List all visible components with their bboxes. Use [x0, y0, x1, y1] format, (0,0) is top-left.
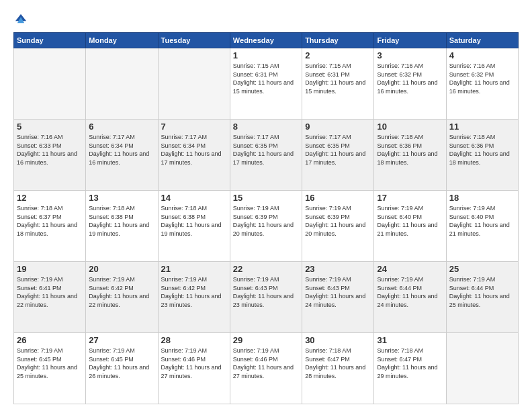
calendar-cell: 31Sunrise: 7:18 AMSunset: 6:47 PMDayligh… — [374, 333, 446, 404]
daylight-label: Daylight: 11 hours and 18 minutes. — [17, 222, 77, 237]
day-info: Sunrise: 7:19 AMSunset: 6:42 PMDaylight:… — [89, 275, 154, 309]
calendar-table: SundayMondayTuesdayWednesdayThursdayFrid… — [13, 32, 519, 404]
daylight-label: Daylight: 11 hours and 23 minutes. — [161, 293, 222, 308]
calendar-cell: 3Sunrise: 7:16 AMSunset: 6:32 PMDaylight… — [374, 48, 446, 120]
sunrise-label: Sunrise: 7:19 AM — [89, 276, 135, 283]
daylight-label: Daylight: 11 hours and 16 minutes. — [449, 79, 510, 95]
day-number: 21 — [161, 264, 227, 274]
calendar-week-row: 12Sunrise: 7:18 AMSunset: 6:37 PMDayligh… — [14, 191, 519, 262]
sunrise-label: Sunrise: 7:16 AM — [449, 62, 496, 69]
sunrise-label: Sunrise: 7:19 AM — [377, 276, 423, 283]
sunset-label: Sunset: 6:40 PM — [377, 214, 422, 220]
calendar-cell: 28Sunrise: 7:19 AMSunset: 6:46 PMDayligh… — [158, 333, 230, 404]
weekday-header: Monday — [86, 33, 158, 48]
daylight-label: Daylight: 11 hours and 16 minutes. — [377, 79, 437, 95]
calendar-cell: 15Sunrise: 7:19 AMSunset: 6:39 PMDayligh… — [230, 191, 302, 262]
sunrise-label: Sunrise: 7:18 AM — [305, 347, 351, 354]
day-info: Sunrise: 7:17 AMSunset: 6:35 PMDaylight:… — [305, 133, 371, 167]
sunset-label: Sunset: 6:42 PM — [161, 285, 206, 291]
logo-icon — [13, 12, 28, 27]
sunset-label: Sunset: 6:33 PM — [17, 142, 62, 149]
sunrise-label: Sunrise: 7:19 AM — [233, 347, 279, 354]
daylight-label: Daylight: 11 hours and 26 minutes. — [89, 364, 149, 379]
page: SundayMondayTuesdayWednesdayThursdayFrid… — [0, 0, 532, 411]
daylight-label: Daylight: 11 hours and 24 minutes. — [377, 293, 437, 308]
calendar-cell: 22Sunrise: 7:19 AMSunset: 6:43 PMDayligh… — [230, 262, 302, 333]
day-number: 11 — [449, 122, 515, 132]
daylight-label: Daylight: 11 hours and 22 minutes. — [89, 293, 149, 308]
day-info: Sunrise: 7:19 AMSunset: 6:43 PMDaylight:… — [305, 275, 371, 309]
calendar-cell: 19Sunrise: 7:19 AMSunset: 6:41 PMDayligh… — [14, 262, 86, 333]
sunrise-label: Sunrise: 7:19 AM — [233, 205, 279, 212]
sunset-label: Sunset: 6:43 PM — [305, 285, 350, 291]
day-number: 15 — [233, 193, 299, 203]
sunrise-label: Sunrise: 7:19 AM — [161, 276, 208, 283]
daylight-label: Daylight: 11 hours and 25 minutes. — [449, 293, 510, 308]
daylight-label: Daylight: 11 hours and 27 minutes. — [161, 364, 222, 379]
sunrise-label: Sunrise: 7:18 AM — [161, 205, 208, 212]
day-number: 30 — [305, 335, 371, 345]
sunrise-label: Sunrise: 7:19 AM — [305, 205, 351, 212]
calendar-cell: 13Sunrise: 7:18 AMSunset: 6:38 PMDayligh… — [86, 191, 158, 262]
daylight-label: Daylight: 11 hours and 29 minutes. — [377, 364, 437, 379]
day-number: 16 — [305, 193, 371, 203]
daylight-label: Daylight: 11 hours and 28 minutes. — [305, 364, 365, 379]
day-number: 5 — [17, 122, 83, 132]
sunset-label: Sunset: 6:38 PM — [89, 214, 134, 220]
day-info: Sunrise: 7:18 AMSunset: 6:38 PMDaylight:… — [89, 204, 154, 238]
day-info: Sunrise: 7:18 AMSunset: 6:37 PMDaylight:… — [17, 204, 83, 238]
day-number: 8 — [233, 122, 299, 132]
sunset-label: Sunset: 6:35 PM — [233, 142, 278, 149]
weekday-header-row: SundayMondayTuesdayWednesdayThursdayFrid… — [14, 33, 519, 48]
daylight-label: Daylight: 11 hours and 15 minutes. — [305, 79, 365, 95]
day-number: 14 — [161, 193, 227, 203]
sunset-label: Sunset: 6:44 PM — [377, 285, 422, 291]
calendar-week-row: 5Sunrise: 7:16 AMSunset: 6:33 PMDaylight… — [14, 120, 519, 191]
calendar-cell: 21Sunrise: 7:19 AMSunset: 6:42 PMDayligh… — [158, 262, 230, 333]
day-info: Sunrise: 7:18 AMSunset: 6:36 PMDaylight:… — [377, 133, 443, 167]
calendar-cell: 29Sunrise: 7:19 AMSunset: 6:46 PMDayligh… — [230, 333, 302, 404]
sunset-label: Sunset: 6:36 PM — [449, 142, 494, 149]
sunset-label: Sunset: 6:36 PM — [377, 142, 422, 149]
day-info: Sunrise: 7:18 AMSunset: 6:38 PMDaylight:… — [161, 204, 227, 238]
day-number: 27 — [89, 335, 154, 345]
sunset-label: Sunset: 6:39 PM — [305, 214, 350, 220]
sunset-label: Sunset: 6:45 PM — [17, 356, 62, 363]
day-number: 19 — [17, 264, 83, 274]
calendar-week-row: 1Sunrise: 7:15 AMSunset: 6:31 PMDaylight… — [14, 48, 519, 120]
day-info: Sunrise: 7:19 AMSunset: 6:41 PMDaylight:… — [17, 275, 83, 309]
sunrise-label: Sunrise: 7:16 AM — [17, 134, 63, 140]
calendar-cell: 24Sunrise: 7:19 AMSunset: 6:44 PMDayligh… — [374, 262, 446, 333]
sunset-label: Sunset: 6:46 PM — [233, 356, 278, 363]
calendar-cell: 9Sunrise: 7:17 AMSunset: 6:35 PMDaylight… — [302, 120, 374, 191]
sunset-label: Sunset: 6:45 PM — [89, 356, 134, 363]
header — [13, 12, 519, 27]
calendar-cell: 17Sunrise: 7:19 AMSunset: 6:40 PMDayligh… — [374, 191, 446, 262]
day-info: Sunrise: 7:19 AMSunset: 6:42 PMDaylight:… — [161, 275, 227, 309]
calendar-cell: 1Sunrise: 7:15 AMSunset: 6:31 PMDaylight… — [230, 48, 302, 120]
daylight-label: Daylight: 11 hours and 25 minutes. — [17, 364, 77, 379]
calendar-cell: 27Sunrise: 7:19 AMSunset: 6:45 PMDayligh… — [86, 333, 158, 404]
day-number: 6 — [89, 122, 154, 132]
calendar-cell: 26Sunrise: 7:19 AMSunset: 6:45 PMDayligh… — [14, 333, 86, 404]
day-info: Sunrise: 7:19 AMSunset: 6:39 PMDaylight:… — [305, 204, 371, 238]
sunset-label: Sunset: 6:34 PM — [89, 142, 134, 149]
calendar-cell — [14, 48, 86, 120]
day-info: Sunrise: 7:19 AMSunset: 6:45 PMDaylight:… — [89, 347, 154, 380]
calendar-cell: 12Sunrise: 7:18 AMSunset: 6:37 PMDayligh… — [14, 191, 86, 262]
daylight-label: Daylight: 11 hours and 22 minutes. — [17, 293, 77, 308]
daylight-label: Daylight: 11 hours and 27 minutes. — [233, 364, 294, 379]
sunrise-label: Sunrise: 7:19 AM — [17, 276, 63, 283]
daylight-label: Daylight: 11 hours and 21 minutes. — [377, 222, 437, 237]
day-number: 9 — [305, 122, 371, 132]
day-number: 28 — [161, 335, 227, 345]
weekday-header: Thursday — [302, 33, 374, 48]
day-info: Sunrise: 7:17 AMSunset: 6:34 PMDaylight:… — [89, 133, 154, 167]
day-number: 12 — [17, 193, 83, 203]
sunrise-label: Sunrise: 7:19 AM — [449, 276, 496, 283]
daylight-label: Daylight: 11 hours and 24 minutes. — [305, 293, 365, 308]
day-info: Sunrise: 7:16 AMSunset: 6:32 PMDaylight:… — [377, 62, 443, 95]
calendar-cell: 6Sunrise: 7:17 AMSunset: 6:34 PMDaylight… — [86, 120, 158, 191]
daylight-label: Daylight: 11 hours and 19 minutes. — [161, 222, 222, 237]
day-info: Sunrise: 7:19 AMSunset: 6:44 PMDaylight:… — [449, 275, 515, 309]
